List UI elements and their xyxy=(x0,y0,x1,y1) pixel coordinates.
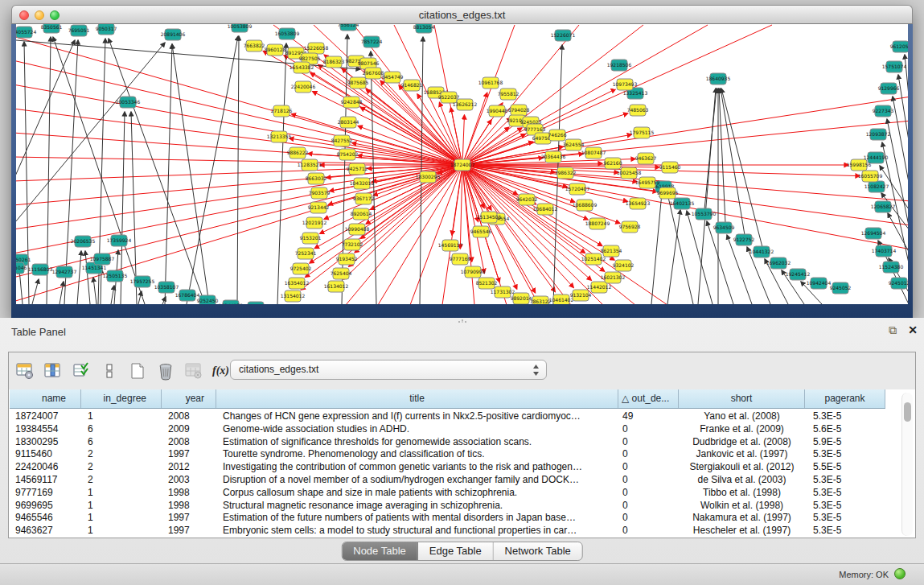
float-panel-icon[interactable]: ⧉ xyxy=(889,324,897,336)
table-cell[interactable]: 5.3E-5 xyxy=(805,448,885,461)
table-cell[interactable]: 0 xyxy=(618,500,679,513)
table-row[interactable]: 2242004622012Investigating the contribut… xyxy=(10,461,891,474)
column-header-short[interactable]: short xyxy=(679,389,805,408)
column-header-pagerank[interactable]: pagerank xyxy=(805,389,885,408)
table-cell[interactable]: Tibbo et al. (1998) xyxy=(679,487,805,500)
column-header-out_de[interactable]: △ out_de... xyxy=(618,389,679,408)
table-cell[interactable]: 0 xyxy=(618,474,679,487)
table-row[interactable]: 1830029562008Estimation of significance … xyxy=(10,436,891,449)
table-selector-dropdown[interactable]: citations_edges.txt xyxy=(230,360,547,380)
citation-network-graph[interactable]: 1872400714055724835056176950519050317208… xyxy=(16,24,908,304)
table-cell[interactable]: 6 xyxy=(81,423,162,436)
import-table-disabled-icon[interactable] xyxy=(182,360,206,382)
table-cell[interactable]: 0 xyxy=(618,448,679,461)
table-cell[interactable]: 49 xyxy=(618,410,679,423)
table-cell[interactable]: 2 xyxy=(81,448,162,461)
table-cell[interactable]: 18300295 xyxy=(10,436,81,449)
table-cell[interactable]: Embryonic stem cells: a model to study s… xyxy=(216,525,618,538)
table-cell[interactable]: Investigating the contribution of common… xyxy=(216,461,618,474)
table-cell[interactable]: Franke et al. (2009) xyxy=(679,423,805,436)
table-cell[interactable]: 2 xyxy=(81,461,162,474)
table-row[interactable]: 1872400712008Changes of HCN gene express… xyxy=(10,410,891,423)
table-cell[interactable]: 0 xyxy=(618,487,679,500)
table-cell[interactable]: 1997 xyxy=(162,448,216,461)
table-cell[interactable]: 5.3E-5 xyxy=(805,410,885,423)
table-cell[interactable]: Wolkin et al. (1998) xyxy=(679,500,805,513)
table-cell[interactable]: Structural magnetic resonance image aver… xyxy=(216,500,618,513)
function-builder-icon[interactable]: f(x) xyxy=(212,365,229,377)
table-cell[interactable]: 5.9E-5 xyxy=(805,436,885,449)
table-cell[interactable]: Nakamura et al. (1997) xyxy=(679,512,805,525)
table-cell[interactable]: Yano et al. (2008) xyxy=(679,410,805,423)
memory-status-indicator[interactable] xyxy=(894,568,906,579)
hidden-columns-icon[interactable] xyxy=(97,360,121,382)
column-header-year[interactable]: year xyxy=(162,389,216,408)
table-row[interactable]: 977716911998Corpus callosum shape and si… xyxy=(10,487,891,500)
table-row[interactable]: 1938455462009Genome-wide association stu… xyxy=(10,423,891,436)
table-cell[interactable]: Dudbridge et al. (2008) xyxy=(679,436,805,449)
close-panel-icon[interactable]: ✕ xyxy=(908,324,918,336)
window-titlebar[interactable]: citations_edges.txt xyxy=(11,5,913,24)
table-cell[interactable]: 1997 xyxy=(162,525,216,538)
table-cell[interactable]: 0 xyxy=(618,436,679,449)
column-header-in_degree[interactable]: in_degree xyxy=(81,389,162,408)
table-row[interactable]: 1456911722003Disruption of a novel membe… xyxy=(10,474,891,487)
table-cell[interactable]: 1 xyxy=(81,410,162,423)
table-cell[interactable]: 1 xyxy=(81,487,162,500)
table-vertical-scrollbar[interactable] xyxy=(901,393,913,536)
table-cell[interactable]: 0 xyxy=(618,423,679,436)
table-cell[interactable]: 2009 xyxy=(162,423,216,436)
table-row[interactable]: 911546021997Tourette syndrome. Phenomeno… xyxy=(10,448,891,461)
table-cell[interactable]: 2008 xyxy=(162,436,216,449)
table-cell[interactable]: Estimation of the future numbers of pati… xyxy=(216,512,618,525)
create-table-icon[interactable] xyxy=(125,360,150,382)
table-cell[interactable]: Hescheler et al. (1997) xyxy=(679,525,805,538)
table-cell[interactable]: 1 xyxy=(81,512,162,525)
table-cell[interactable]: 9115460 xyxy=(10,448,81,461)
table-cell[interactable]: 0 xyxy=(618,461,679,474)
table-settings-icon[interactable] xyxy=(13,360,37,382)
table-cell[interactable]: Corpus callosum shape and size in male p… xyxy=(216,487,618,500)
table-cell[interactable]: 14569117 xyxy=(10,474,81,487)
table-cell[interactable]: 5.3E-5 xyxy=(805,512,885,525)
row-checks-icon[interactable] xyxy=(69,360,93,382)
table-cell[interactable]: 0 xyxy=(618,525,679,538)
table-cell[interactable]: 18724007 xyxy=(10,410,81,423)
table-row[interactable]: 969969511998Structural magnetic resonanc… xyxy=(10,500,891,513)
table-cell[interactable]: 1997 xyxy=(162,512,216,525)
table-cell[interactable]: Tourette syndrome. Phenomenology and cla… xyxy=(216,448,618,461)
table-cell[interactable]: 19384554 xyxy=(10,423,81,436)
scrollbar-thumb[interactable] xyxy=(904,402,911,422)
table-cell[interactable]: 2008 xyxy=(162,410,216,423)
table-cell[interactable]: de Silva et al. (2003) xyxy=(679,474,805,487)
table-cell[interactable]: 2003 xyxy=(162,474,216,487)
table-cell[interactable]: Estimation of significance thresholds fo… xyxy=(216,436,618,449)
table-cell[interactable]: 6 xyxy=(81,436,162,449)
table-cell[interactable]: 5.6E-5 xyxy=(805,423,885,436)
table-cell[interactable]: 9463627 xyxy=(10,525,81,538)
table-cell[interactable]: 9777169 xyxy=(10,487,81,500)
tab-edge-table[interactable]: Edge Table xyxy=(418,542,494,560)
table-cell[interactable]: Changes of HCN gene expression and I(f) … xyxy=(216,410,618,423)
table-cell[interactable]: 22420046 xyxy=(10,461,81,474)
table-cell[interactable]: 9465546 xyxy=(10,512,81,525)
table-cell[interactable]: Genome-wide association studies in ADHD. xyxy=(216,423,618,436)
table-cell[interactable]: 5.3E-5 xyxy=(805,487,885,500)
table-cell[interactable]: 5.3E-5 xyxy=(805,525,885,538)
panel-resize-grip[interactable] xyxy=(458,319,467,323)
table-cell[interactable]: 2012 xyxy=(162,461,216,474)
table-row[interactable]: 946362711997Embryonic stem cells: a mode… xyxy=(10,525,891,538)
table-row[interactable]: 946554611997Estimation of the future num… xyxy=(10,512,891,525)
table-cell[interactable]: 9699695 xyxy=(10,500,81,513)
table-cell[interactable]: 1998 xyxy=(162,487,216,500)
table-cell[interactable]: 1 xyxy=(81,525,162,538)
table-cell[interactable]: 5.3E-5 xyxy=(805,474,885,487)
network-canvas[interactable]: 1872400714055724835056176950519050317208… xyxy=(16,24,908,304)
tab-network-table[interactable]: Network Table xyxy=(494,542,582,560)
delete-table-icon[interactable] xyxy=(154,360,178,382)
column-edit-icon[interactable] xyxy=(41,360,65,382)
table-cell[interactable]: 5.3E-5 xyxy=(805,500,885,513)
column-header-name[interactable]: name xyxy=(10,389,81,408)
table-cell[interactable]: 0 xyxy=(618,512,679,525)
table-cell[interactable]: Jankovic et al. (1997) xyxy=(679,448,805,461)
